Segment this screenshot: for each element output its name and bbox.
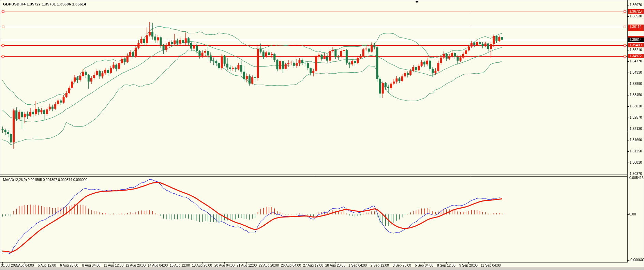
- price-axis-label: 1.32130: [630, 127, 642, 131]
- price-axis-label: 1.34330: [630, 71, 642, 74]
- price-level-badge[interactable]: 1.34972: [628, 54, 644, 58]
- price-level-badge[interactable]: 1.36723: [628, 9, 644, 14]
- macd-axis-label: 0.005416: [629, 176, 644, 180]
- chart-window: GBPUSD,H4 1.35727 1.35731 1.35606 1.3561…: [0, 0, 644, 270]
- price-axis-label: 1.33890: [630, 82, 642, 86]
- price-axis-label: 1.31250: [630, 149, 642, 153]
- price-axis-label: 1.31690: [630, 138, 642, 142]
- price-axis-label: 1.33450: [630, 93, 642, 97]
- price-chart-canvas[interactable]: [0, 0, 644, 270]
- macd-axis-label: -0.006609: [629, 258, 644, 262]
- price-level-badge[interactable]: 1.35400: [628, 43, 644, 47]
- price-axis-label: 1.30810: [630, 161, 642, 164]
- price-axis-label: 1.30370: [630, 172, 642, 176]
- macd-axis-label: 0.00: [629, 212, 636, 216]
- macd-indicator-label: MACD(12,26,9) 0.001595 0.001307 0.000374…: [3, 178, 87, 182]
- price-axis-label: 1.35210: [630, 48, 642, 52]
- price-axis-label: 1.36970: [630, 3, 642, 7]
- price-axis-label: 1.33010: [630, 104, 642, 108]
- window-bottom-edge: [0, 267, 644, 270]
- price-axis-label: 1.32570: [630, 116, 642, 119]
- price-axis-label: 1.36530: [630, 14, 642, 18]
- price-level-badge[interactable]: 1.36114: [628, 25, 644, 29]
- symbol-title-ohlc: GBPUSD,H4 1.35727 1.35731 1.35606 1.3561…: [3, 2, 86, 6]
- price-axis-label: 1.34770: [630, 59, 642, 63]
- current-price-badge: 1.35614: [628, 38, 644, 42]
